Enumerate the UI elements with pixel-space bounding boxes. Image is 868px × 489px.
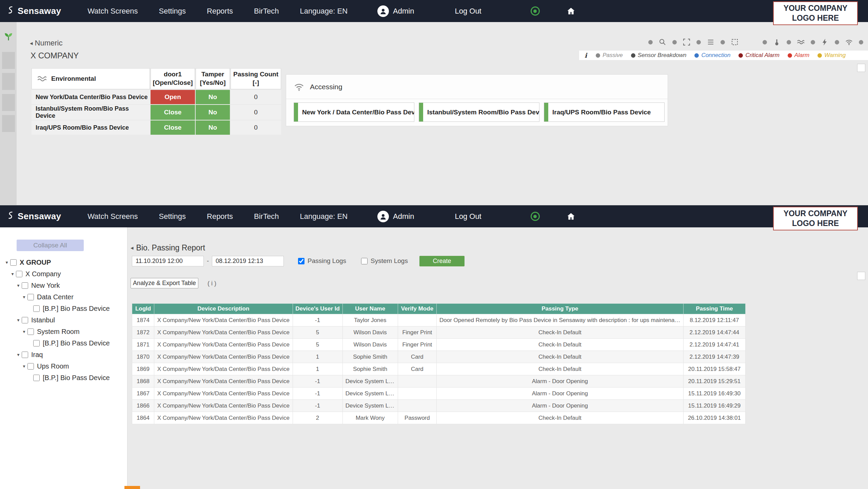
report-row-1872[interactable]: 1872X Company/New York/Data Center/Bio P… (132, 326, 746, 339)
access-card-istanbul-system-room-bio-pass-dev[interactable]: Istanbul/System Room/Bio Pass Dev (419, 102, 539, 122)
tree-checkbox-new-york[interactable] (22, 282, 28, 289)
brand-name[interactable]: Sensaway (18, 211, 61, 222)
report-row-1869[interactable]: 1869X Company/New York/Data Center/Bio P… (132, 363, 746, 375)
list-icon[interactable] (707, 38, 715, 46)
waves-icon[interactable] (797, 38, 805, 46)
fullscreen-icon[interactable] (683, 38, 691, 46)
tree-expand-icon[interactable]: ▾ (21, 329, 27, 334)
logout-button[interactable]: Log Out (455, 212, 481, 221)
tree-label[interactable]: [B.P.] Bio Pass Device (43, 339, 110, 347)
tree-item-ups-room[interactable]: ▾Ups Room (3, 360, 126, 372)
tree-checkbox-data-center[interactable] (27, 294, 34, 300)
nav-item-settings[interactable]: Settings (159, 7, 186, 16)
passing-logs-checkbox[interactable] (298, 258, 304, 264)
tree-item-x-group[interactable]: ▾X GROUP (3, 257, 126, 268)
user-name[interactable]: Admin (393, 212, 414, 221)
tree-checkbox-b-p-bio-pass-device[interactable] (33, 375, 40, 381)
report-row-1866[interactable]: 1866X Company/New York/Data Center/Bio P… (132, 400, 746, 412)
nav-item-birtech[interactable]: BirTech (254, 212, 279, 221)
side-panel-toggle[interactable] (857, 64, 865, 72)
tree-item-b-p-bio-pass-device[interactable]: [B.P.] Bio Pass Device (3, 303, 126, 314)
tree-expand-icon[interactable]: ▾ (21, 363, 27, 369)
access-card-new-york-data-center-bio-pass-dev[interactable]: New York / Data Center/Bio Pass Dev (294, 102, 414, 122)
tree-item-b-p-bio-pass-device[interactable]: [B.P.] Bio Pass Device (3, 372, 126, 383)
rail-panel-tab[interactable] (2, 94, 15, 111)
tree-label[interactable]: Istanbul (31, 316, 55, 324)
tree-label[interactable]: [B.P.] Bio Pass Device (43, 374, 110, 382)
tree-item-system-room[interactable]: ▾System Room (3, 326, 126, 337)
magnifier-icon[interactable] (658, 38, 667, 46)
nav-item-watch-screens[interactable]: Watch Screens (87, 7, 138, 16)
tree-checkbox-b-p-bio-pass-device[interactable] (33, 305, 40, 312)
region-select-icon[interactable] (731, 38, 739, 46)
brand[interactable]: Sensaway (6, 5, 61, 17)
tree-label[interactable]: Iraq (31, 351, 43, 359)
status-dot-icon[interactable] (859, 40, 863, 44)
create-button[interactable]: Create (419, 256, 465, 266)
home-icon[interactable] (566, 6, 576, 16)
report-row-1868[interactable]: 1868X Company/New York/Data Center/Bio P… (132, 375, 746, 388)
home-icon[interactable] (566, 212, 576, 221)
rail-panel-tab[interactable] (2, 73, 15, 90)
tree-item-x-company[interactable]: ▾X Company (3, 268, 126, 280)
plant-icon[interactable] (3, 31, 14, 42)
side-panel-toggle[interactable] (857, 272, 865, 280)
lightning-icon[interactable] (821, 38, 829, 46)
rail-panel-tab[interactable] (2, 115, 15, 132)
tree-checkbox-x-company[interactable] (16, 271, 22, 277)
tree-label[interactable]: Ups Room (37, 362, 69, 370)
access-card-iraq-ups-room-bio-pass-device[interactable]: Iraq/UPS Room/Bio Pass Device (544, 102, 665, 122)
status-dot-icon[interactable] (835, 40, 839, 44)
report-column-verify-mode[interactable]: Verify Mode (398, 304, 436, 314)
thermometer-icon[interactable] (773, 38, 781, 46)
tree-item-iraq[interactable]: ▾Iraq (3, 349, 126, 360)
tree-checkbox-ups-room[interactable] (27, 363, 34, 370)
status-dot-icon[interactable] (763, 40, 767, 44)
wifi-icon[interactable] (845, 38, 853, 46)
analyze-export-button[interactable]: Analyze & Export Table (131, 278, 198, 288)
tree-item-data-center[interactable]: ▾Data Center (3, 291, 126, 303)
nav-item-settings[interactable]: Settings (159, 212, 186, 221)
connection-status-icon[interactable] (531, 6, 540, 16)
status-dot-icon[interactable] (696, 40, 701, 44)
tree-label[interactable]: New York (31, 282, 60, 289)
tree-expand-icon[interactable]: ▾ (21, 294, 27, 300)
date-from-input[interactable] (132, 256, 204, 266)
tree-expand-icon[interactable]: ▾ (15, 352, 22, 357)
tree-expand-icon[interactable]: ▾ (15, 317, 22, 323)
user-avatar[interactable] (377, 211, 389, 222)
report-column-device-s-user-id[interactable]: Device's User Id (293, 304, 342, 314)
tree-checkbox-istanbul[interactable] (22, 317, 28, 323)
tree-checkbox-b-p-bio-pass-device[interactable] (33, 340, 40, 346)
brand-name[interactable]: Sensaway (18, 6, 61, 16)
nav-item-watch-screens[interactable]: Watch Screens (87, 212, 138, 221)
tree-checkbox-system-room[interactable] (27, 328, 34, 335)
tree-label[interactable]: X Company (25, 270, 61, 278)
report-row-1867[interactable]: 1867X Company/New York/Data Center/Bio P… (132, 388, 746, 400)
system-logs-checkbox[interactable] (361, 258, 368, 264)
tree-label[interactable]: Data Center (37, 293, 74, 301)
passing-logs-label[interactable]: Passing Logs (308, 257, 346, 265)
nav-item-language-en[interactable]: Language: EN (300, 212, 348, 221)
horizontal-scrollbar-thumb[interactable] (124, 486, 140, 489)
report-row-1871[interactable]: 1871X Company/New York/Data Center/Bio P… (132, 339, 746, 351)
status-dot-icon[interactable] (787, 40, 791, 44)
tree-item-b-p-bio-pass-device[interactable]: [B.P.] Bio Pass Device (3, 337, 126, 349)
report-row-1874[interactable]: 1874X Company/New York/Data Center/Bio P… (132, 314, 746, 326)
brand[interactable]: Sensaway (6, 211, 61, 222)
tree-expand-icon[interactable]: ▾ (15, 283, 22, 288)
report-column-logid[interactable]: LogId (132, 304, 154, 314)
nav-item-reports[interactable]: Reports (207, 7, 233, 16)
report-column-passing-time[interactable]: Passing Time (683, 304, 745, 314)
report-row-1864[interactable]: 1864X Company/New York/Data Center/Bio P… (132, 412, 746, 424)
collapse-left-icon[interactable]: ◂ (131, 244, 134, 251)
collapse-all-button[interactable]: Collapse All (17, 240, 84, 251)
status-dot-icon[interactable] (811, 40, 815, 44)
report-column-device-description[interactable]: Device Description (154, 304, 293, 314)
tree-expand-icon[interactable]: ▾ (3, 260, 10, 265)
report-column-passing-type[interactable]: Passing Type (436, 304, 683, 314)
tree-checkbox-x-group[interactable] (10, 259, 17, 266)
tree-label[interactable]: System Room (37, 328, 80, 336)
status-dot-icon[interactable] (721, 40, 725, 44)
tree-expand-icon[interactable]: ▾ (9, 271, 16, 277)
